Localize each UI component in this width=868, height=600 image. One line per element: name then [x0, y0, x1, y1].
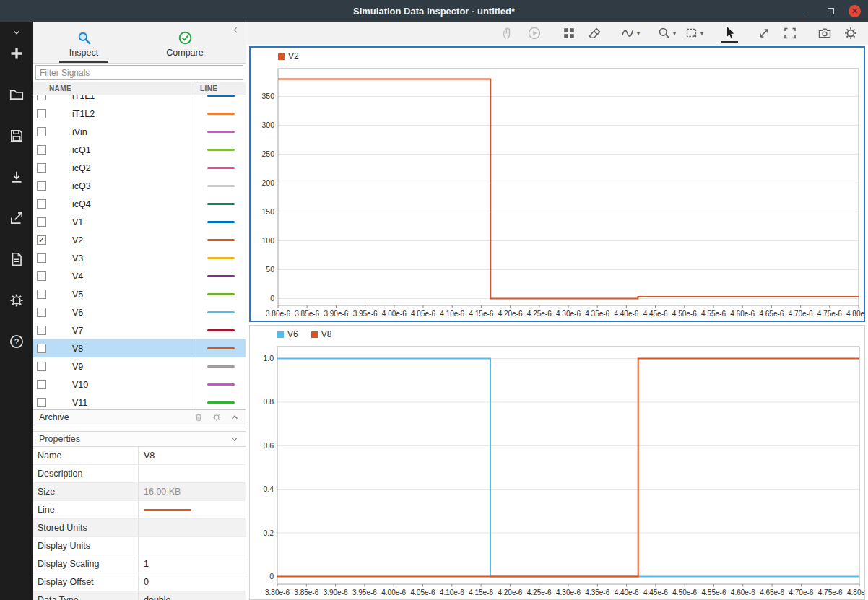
signal-row-V4[interactable]: V4 — [33, 267, 246, 285]
subplot-1[interactable]: V2 0501001502002503003503.80e-63.85e-63.… — [249, 46, 865, 322]
signal-checkbox[interactable] — [37, 271, 46, 281]
signal-checkbox[interactable] — [37, 127, 46, 136]
subplot-2[interactable]: V6V8 00.20.40.60.81.03.80e-63.85e-63.90e… — [249, 325, 865, 600]
minimize-button[interactable]: – — [799, 4, 812, 17]
visualization-settings-button[interactable] — [842, 24, 859, 43]
signal-checkbox[interactable] — [37, 253, 46, 263]
column-header-name[interactable]: NAME — [33, 84, 196, 92]
signal-checkbox[interactable] — [37, 290, 46, 299]
signal-row-V3[interactable]: V3 — [33, 249, 246, 267]
preferences-button[interactable] — [2, 286, 31, 315]
replay-button[interactable] — [526, 24, 543, 43]
dropdown-caret-icon[interactable]: ▾ — [637, 30, 640, 37]
signal-row-V7[interactable]: V7 — [33, 321, 246, 339]
signal-row-icQ4[interactable]: icQ4 — [33, 195, 246, 213]
signal-line-cell — [196, 95, 246, 105]
pointer-button[interactable] — [721, 24, 738, 43]
tab-compare[interactable]: Compare — [134, 22, 235, 63]
expand-menu-button[interactable] — [8, 26, 25, 39]
property-value[interactable] — [138, 537, 246, 555]
signal-checkbox[interactable] — [37, 380, 46, 389]
svg-text:4.20e-6: 4.20e-6 — [498, 310, 523, 318]
collapse-panel-button[interactable] — [231, 25, 243, 36]
signal-line-cell — [196, 303, 246, 321]
signal-checkbox[interactable] — [37, 398, 46, 407]
signal-row-iVin[interactable]: iVin — [33, 123, 246, 141]
signal-row-iT1L2[interactable]: iT1L2 — [33, 105, 246, 123]
zoom-button[interactable]: ▾ — [657, 24, 676, 43]
signal-row-V6[interactable]: V6 — [33, 303, 246, 321]
signal-checkbox[interactable] — [37, 145, 46, 155]
signal-row-V8[interactable]: V8 — [33, 339, 246, 357]
open-button[interactable] — [2, 80, 31, 109]
signal-trace-button[interactable]: ▾ — [621, 24, 640, 43]
dropdown-caret-icon[interactable]: ▾ — [700, 30, 703, 37]
property-value[interactable] — [138, 465, 246, 482]
property-value[interactable]: 1 — [138, 555, 246, 573]
column-header-line[interactable]: LINE — [196, 82, 246, 95]
signal-row-icQ1[interactable]: icQ1 — [33, 141, 246, 159]
snapshot-button[interactable] — [816, 24, 833, 43]
help-button[interactable]: ? — [2, 327, 31, 356]
dropdown-caret-icon[interactable]: ▾ — [673, 30, 676, 37]
chevron-up-icon[interactable] — [229, 412, 240, 423]
svg-text:4.50e-6: 4.50e-6 — [672, 310, 697, 318]
signal-row-V10[interactable]: V10 — [33, 375, 246, 394]
region-select-button[interactable]: ▾ — [685, 24, 703, 43]
signal-checkbox[interactable] — [37, 181, 46, 191]
export-button[interactable] — [2, 204, 31, 232]
trash-icon[interactable] — [193, 412, 204, 423]
zoom-icon — [657, 26, 672, 40]
import-button[interactable] — [2, 162, 31, 191]
signal-checkbox[interactable] — [37, 326, 46, 335]
archive-settings-gear-icon[interactable] — [211, 412, 222, 423]
signal-checkbox[interactable] — [37, 109, 46, 118]
pan-button[interactable] — [500, 24, 517, 43]
property-label: Description — [33, 465, 138, 482]
signal-row-icQ2[interactable]: icQ2 — [33, 159, 246, 177]
tab-inspect[interactable]: Inspect — [33, 22, 134, 63]
property-value[interactable]: 0 — [138, 573, 246, 591]
line-style-swatch[interactable] — [144, 509, 191, 511]
signal-checkbox[interactable] — [37, 163, 46, 173]
signal-row-icQ3[interactable]: icQ3 — [33, 177, 246, 195]
save-button[interactable] — [2, 121, 31, 150]
signal-line-swatch — [207, 347, 235, 349]
close-button[interactable]: ✕ — [849, 5, 861, 17]
archive-bar[interactable]: Archive — [33, 409, 246, 425]
svg-text:4.15e-6: 4.15e-6 — [469, 310, 493, 318]
subplot-layout-button[interactable] — [560, 24, 578, 43]
chevron-down-icon[interactable] — [230, 434, 240, 444]
subplot-2-plot[interactable]: 00.20.40.60.81.03.80e-63.85e-63.90e-63.9… — [250, 343, 864, 599]
properties-header[interactable]: Properties — [33, 431, 246, 447]
subplot-1-plot[interactable]: 0501001502002503003503.80e-63.85e-63.90e… — [251, 65, 864, 321]
signal-checkbox[interactable] — [37, 362, 46, 371]
signal-row-V5[interactable]: V5 — [33, 285, 246, 303]
property-value[interactable]: V8 — [138, 447, 246, 464]
signal-checkbox[interactable] — [37, 95, 46, 100]
fit-to-view-button[interactable] — [781, 24, 799, 43]
signal-row-iT1L1[interactable]: iT1L1 — [33, 95, 246, 105]
clear-subplots-button[interactable] — [586, 24, 604, 43]
create-report-button[interactable] — [2, 245, 31, 274]
signal-checkbox[interactable] — [37, 308, 46, 317]
signal-checkbox[interactable] — [37, 344, 46, 353]
expand-button[interactable] — [755, 24, 773, 43]
signal-row-V1[interactable]: V1 — [33, 213, 246, 231]
add-button[interactable] — [2, 39, 31, 68]
svg-text:4.10e-6: 4.10e-6 — [440, 588, 464, 596]
signal-line-swatch — [207, 203, 235, 205]
signal-row-V11[interactable]: V11 — [33, 394, 246, 409]
property-value[interactable] — [138, 501, 246, 518]
tab-inspect-label: Inspect — [69, 48, 98, 58]
filter-signals-input[interactable] — [35, 65, 243, 80]
svg-text:4.40e-6: 4.40e-6 — [615, 588, 639, 596]
signal-checkbox[interactable]: ✓ — [37, 235, 46, 245]
signal-checkbox[interactable] — [37, 217, 46, 227]
maximize-button[interactable] — [824, 4, 837, 17]
property-row-stored-units: Stored Units — [33, 519, 246, 537]
signal-row-V9[interactable]: V9 — [33, 357, 246, 375]
signal-checkbox[interactable] — [37, 199, 46, 209]
signal-row-V2[interactable]: ✓V2 — [33, 231, 246, 249]
svg-text:3.90e-6: 3.90e-6 — [324, 588, 348, 596]
